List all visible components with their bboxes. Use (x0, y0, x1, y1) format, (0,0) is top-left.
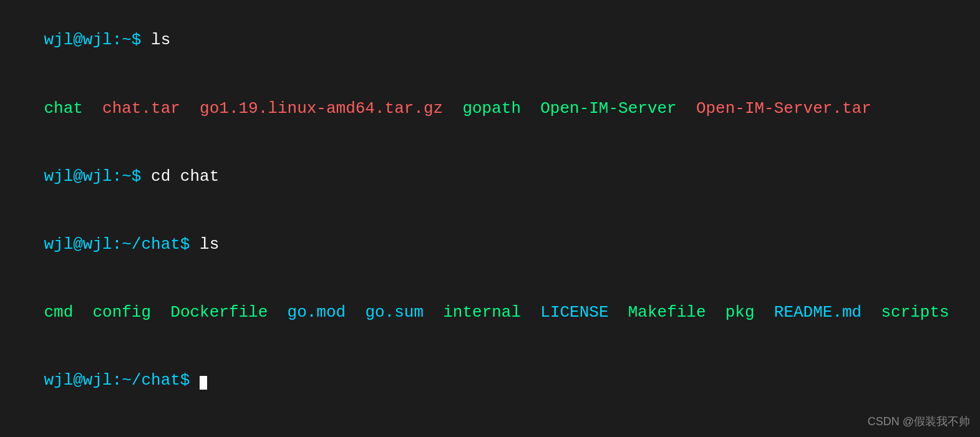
ls-item-go-sum: go.sum (365, 303, 424, 322)
ls-item-gopath: gopath (462, 99, 521, 118)
terminal-cursor (200, 376, 207, 390)
ls-item-chat: chat (44, 99, 82, 118)
terminal-output-1: chat chat.tar go1.19.linux-amd64.tar.gz … (5, 74, 975, 142)
ls-item-cmd: cmd (44, 303, 73, 322)
watermark: CSDN @假装我不帅 (868, 414, 970, 430)
prompt-4: wjl@wjl:~/chat$ (44, 235, 200, 254)
ls-item-internal: internal (443, 303, 521, 322)
ls-item-pkg: pkg (725, 303, 755, 322)
terminal-output-2: cmd config Dockerfile go.mod go.sum inte… (5, 279, 975, 347)
ls-item-go-mod: go.mod (288, 303, 346, 322)
ls-item-chat-tar: chat.tar (102, 99, 180, 118)
command-1: ls (151, 31, 170, 49)
ls-item-scripts: scripts (881, 303, 949, 322)
prompt-6: wjl@wjl:~/chat$ (44, 371, 200, 390)
ls-item-license: LICENSE (540, 303, 608, 322)
ls-item-go-tar: go1.19.linux-amd64.tar.gz (200, 99, 443, 118)
terminal-line-6: wjl@wjl:~/chat$ (5, 347, 975, 415)
prompt-3: wjl@wjl:~$ (44, 167, 151, 186)
terminal-window[interactable]: wjl@wjl:~$ ls chat chat.tar go1.19.linux… (0, 0, 980, 437)
terminal-line-3: wjl@wjl:~$ cd chat (5, 142, 975, 210)
command-3: cd chat (151, 167, 219, 186)
ls-item-open-im-server-tar: Open-IM-Server.tar (696, 99, 871, 118)
ls-item-config: config (92, 303, 151, 322)
command-4: ls (200, 235, 219, 254)
prompt-1: wjl@wjl:~$ (44, 31, 151, 49)
ls-item-readme: README.md (774, 303, 861, 322)
ls-item-makefile: Makefile (628, 303, 706, 322)
ls-item-open-im-server: Open-IM-Server (540, 99, 676, 118)
terminal-line-1: wjl@wjl:~$ ls (5, 6, 975, 74)
ls-item-dockerfile: Dockerfile (170, 303, 268, 322)
terminal-line-4: wjl@wjl:~/chat$ ls (5, 211, 975, 279)
